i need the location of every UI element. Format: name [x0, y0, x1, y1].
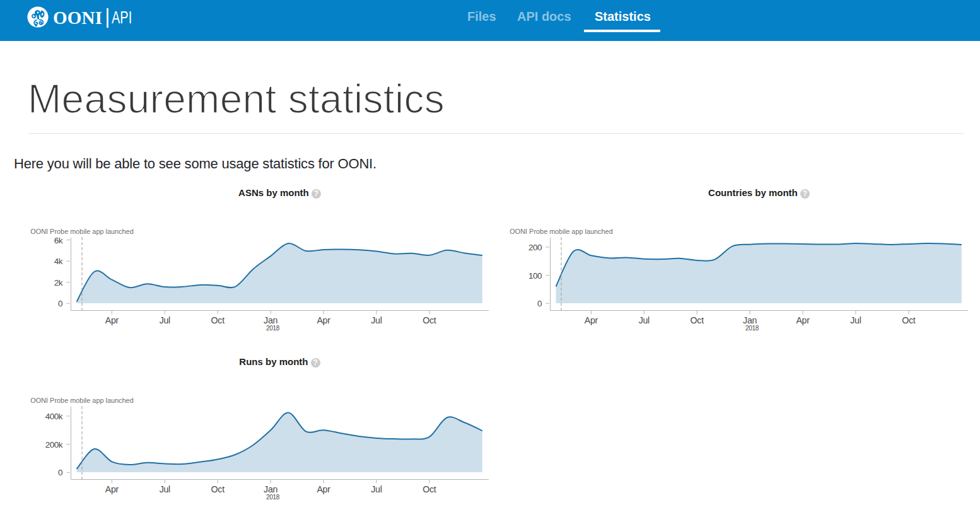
svg-text:OONI Probe mobile app launched: OONI Probe mobile app launched [30, 228, 133, 235]
svg-text:4k: 4k [54, 257, 63, 266]
svg-text:Oct: Oct [902, 315, 916, 325]
svg-text:400k: 400k [45, 412, 63, 421]
svg-text:0: 0 [58, 299, 62, 308]
svg-text:Oct: Oct [211, 484, 225, 494]
svg-text:Oct: Oct [423, 315, 436, 325]
svg-text:0: 0 [537, 299, 542, 308]
svg-text:2018: 2018 [266, 325, 280, 332]
svg-text:Apr: Apr [317, 315, 330, 325]
svg-text:200: 200 [528, 243, 542, 252]
svg-text:0: 0 [58, 468, 62, 477]
svg-text:Apr: Apr [796, 315, 810, 325]
svg-text:Jul: Jul [371, 315, 382, 325]
svg-text:200k: 200k [45, 440, 63, 450]
svg-text:Apr: Apr [585, 315, 598, 325]
svg-text:OONI Probe mobile app launched: OONI Probe mobile app launched [30, 397, 133, 404]
svg-text:Jul: Jul [639, 315, 650, 325]
svg-text:Oct: Oct [211, 315, 225, 325]
svg-text:Jul: Jul [371, 484, 382, 494]
svg-text:OONI Probe mobile app launched: OONI Probe mobile app launched [510, 228, 612, 235]
svg-text:Apr: Apr [105, 315, 119, 325]
svg-text:Apr: Apr [105, 484, 119, 494]
svg-text:Oct: Oct [423, 484, 436, 494]
svg-text:Apr: Apr [317, 484, 330, 494]
svg-text:Jul: Jul [160, 484, 170, 494]
svg-text:6k: 6k [54, 236, 63, 245]
svg-text:Jul: Jul [850, 315, 861, 325]
svg-text:Jan: Jan [264, 315, 277, 325]
svg-text:100: 100 [528, 271, 542, 281]
svg-text:Jan: Jan [743, 315, 757, 325]
svg-text:Jan: Jan [264, 484, 277, 494]
svg-text:2018: 2018 [266, 494, 280, 501]
svg-text:2018: 2018 [745, 325, 759, 332]
svg-text:Oct: Oct [691, 315, 704, 325]
svg-text:Jul: Jul [160, 315, 170, 325]
svg-text:2k: 2k [54, 278, 63, 288]
